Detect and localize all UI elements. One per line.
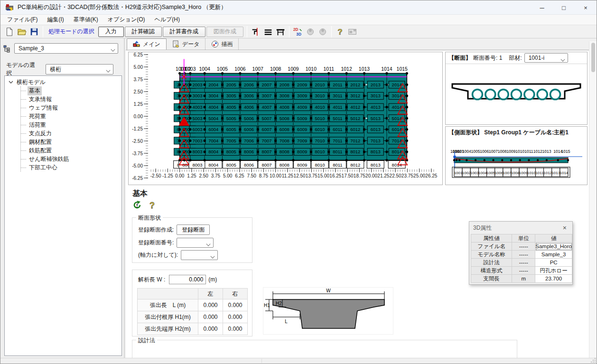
member-box[interactable]: 3010 — [312, 92, 328, 99]
attr-value[interactable]: 円孔ホロー — [535, 267, 572, 275]
girder-section-icon[interactable] — [250, 26, 261, 37]
tree-item[interactable]: 死荷重 — [21, 112, 121, 121]
member-box[interactable]: 6004 — [205, 126, 222, 133]
member-box[interactable]: 8013 — [367, 148, 383, 155]
menu-item[interactable]: ヘルプ(H) — [150, 15, 185, 25]
member-box[interactable]: 2004 — [205, 81, 222, 88]
tree-item[interactable]: 活荷重 — [21, 121, 121, 129]
member-box[interactable]: 2012 — [347, 81, 364, 88]
member-box[interactable]: 8010 — [312, 148, 328, 155]
mode-button[interactable]: 入力 — [98, 27, 124, 37]
member-box[interactable]: 6007 — [259, 126, 275, 133]
member-box[interactable]: 8006 — [241, 161, 258, 168]
member-box[interactable]: 2014 — [389, 81, 405, 88]
member-box[interactable]: 8007 — [259, 148, 275, 155]
close-button[interactable]: × — [575, 0, 597, 15]
member-box[interactable]: 2009 — [294, 81, 310, 88]
member-box[interactable]: 7008 — [276, 137, 292, 144]
member-box[interactable]: 5011 — [329, 115, 345, 122]
member-box[interactable]: 7009 — [294, 137, 310, 144]
refresh-icon[interactable]: ! — [132, 200, 142, 210]
member-box[interactable]: 4014 — [389, 103, 405, 111]
new-file-icon[interactable] — [4, 26, 15, 37]
member-box[interactable]: 8010 — [311, 161, 328, 168]
member-box[interactable]: 7010 — [312, 137, 328, 144]
value-cell[interactable]: 0.000 — [198, 299, 223, 311]
member-box[interactable]: 4004 — [205, 103, 222, 111]
member-box[interactable]: 6013 — [367, 126, 383, 133]
value-cell[interactable]: 0.000 — [223, 299, 248, 311]
member-box[interactable]: 8013 — [367, 161, 384, 168]
tree-item-label[interactable]: ウェブ情報 — [28, 103, 59, 112]
member-box[interactable]: 5003 — [189, 115, 205, 122]
member-box[interactable]: 8004 — [205, 148, 222, 155]
tree-item[interactable]: 支承情報 — [21, 95, 121, 103]
attr-value[interactable]: Sample3_Horo — [535, 243, 572, 251]
member-box[interactable]: 6012 — [347, 126, 364, 133]
pier-table-icon[interactable] — [275, 26, 286, 37]
menu-item[interactable]: ファイル(F) — [2, 15, 42, 25]
scrollbar-thumb[interactable] — [591, 43, 595, 72]
attr-value[interactable]: PC — [535, 259, 572, 267]
analysis-length-input[interactable] — [169, 275, 206, 284]
menu-item[interactable]: 基準値(K) — [69, 15, 103, 25]
tree-item-label[interactable]: 支承情報 — [28, 95, 53, 104]
member-box[interactable]: 2003 — [189, 81, 205, 88]
tree-item-label[interactable]: 下部工中心 — [28, 163, 59, 172]
member-box[interactable]: 8011 — [329, 161, 346, 168]
menu-item[interactable]: 編集(I) — [42, 15, 68, 25]
member-box[interactable]: 8012 — [347, 161, 364, 168]
value-cell[interactable]: 0.000 — [223, 311, 248, 323]
section-number-select[interactable] — [177, 238, 214, 248]
member-box[interactable]: 8005 — [223, 161, 240, 168]
member-box[interactable]: 7005 — [223, 137, 239, 144]
tree-item-label[interactable]: 鋼材配置 — [28, 138, 53, 147]
member-box[interactable]: 4010 — [312, 103, 328, 111]
member-box[interactable]: 4011 — [329, 103, 345, 111]
value-cell[interactable]: 0.000 — [223, 323, 248, 335]
member-box[interactable]: 7014 — [389, 137, 405, 144]
member-box[interactable]: 3004 — [205, 92, 222, 99]
model-select[interactable]: 横桁 — [46, 64, 113, 75]
help-icon[interactable]: ? — [148, 200, 157, 210]
tree-item-label[interactable]: 死荷重 — [28, 112, 47, 121]
member-box[interactable]: 5013 — [367, 115, 383, 122]
attributes-panel[interactable]: 3D属性 × 属性値単位値ファイル名-----Sample3_Horoモデル名称… — [469, 221, 573, 285]
tree-item-label[interactable]: 支点反力 — [28, 129, 53, 138]
member-box[interactable]: 2013 — [367, 81, 383, 88]
2d-3d-toggle-icon[interactable]: 2D3D — [292, 26, 304, 37]
member-box[interactable]: 4007 — [259, 103, 275, 111]
member-box[interactable]: 3014 — [389, 92, 405, 99]
member-box[interactable]: 5007 — [259, 115, 275, 122]
minimize-button[interactable]: ─ — [531, 0, 553, 15]
close-icon[interactable]: × — [561, 224, 569, 232]
member-box[interactable]: 3009 — [294, 92, 310, 99]
member-box[interactable]: 3012 — [347, 92, 364, 99]
attr-value[interactable]: 23.700 — [535, 275, 572, 283]
member-box[interactable]: 5004 — [205, 115, 222, 122]
member-box[interactable]: 2011 — [329, 81, 345, 88]
tree-item[interactable]: ウェブ情報 — [21, 103, 121, 112]
member-box[interactable]: 8012 — [347, 148, 364, 155]
tree-item[interactable]: 基本 — [21, 86, 121, 95]
member-box[interactable]: 4005 — [223, 103, 239, 111]
tree-expander-icon[interactable] — [8, 79, 14, 85]
attr-value[interactable]: Sample_3 — [535, 251, 572, 259]
model-plot-panel[interactable]: 6.255.003.752.501.250.00-1.25-2.50-3.75-… — [128, 52, 443, 185]
member-box[interactable]: 6005 — [223, 126, 239, 133]
tree-item[interactable]: 下部工中心 — [21, 163, 121, 172]
member-box[interactable]: 2010 — [312, 81, 328, 88]
mode-button[interactable]: 計算確認 — [125, 27, 162, 37]
project-select[interactable]: Sample_3 — [14, 43, 118, 54]
member-box[interactable]: 6009 — [294, 126, 310, 133]
member-box[interactable]: 6006 — [241, 126, 257, 133]
member-box[interactable]: 6014 — [389, 126, 405, 133]
vertical-scrollbar[interactable] — [589, 41, 597, 358]
tree-root[interactable]: 横桁モデル — [7, 78, 121, 86]
menu-item[interactable]: オプション(O) — [103, 15, 150, 25]
member-box[interactable]: 7004 — [205, 137, 222, 144]
value-cell[interactable]: 0.000 — [198, 323, 223, 335]
member-box[interactable]: 5008 — [276, 115, 292, 122]
member-box[interactable]: 8009 — [294, 148, 310, 155]
member-box[interactable]: 4013 — [367, 103, 383, 111]
